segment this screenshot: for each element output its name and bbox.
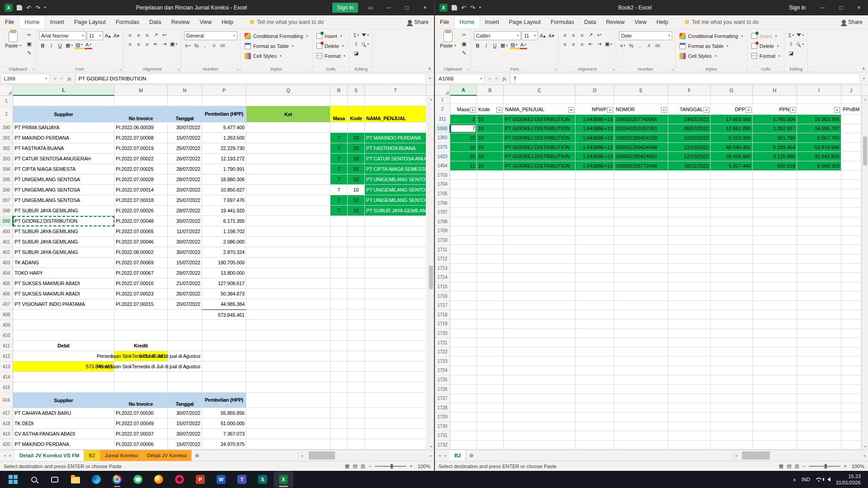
column-header-m[interactable]: M — [114, 85, 168, 96]
cell-D1420[interactable]: 1,64388E+13 — [576, 152, 614, 161]
customize-qat-icon[interactable]: ▾ — [479, 6, 481, 9]
row-header-1710[interactable]: 1710 — [435, 236, 450, 245]
bold-icon[interactable]: B — [39, 42, 47, 49]
cell-P391[interactable]: 1.263.500 — [202, 133, 246, 143]
align-top-icon[interactable]: ≡ — [561, 31, 569, 39]
cell-E1710[interactable] — [614, 236, 668, 245]
row-header-1718[interactable]: 1718 — [435, 310, 450, 319]
cell-R401[interactable] — [330, 237, 348, 247]
cell-J1375[interactable] — [841, 143, 861, 152]
cell-M409[interactable] — [114, 320, 168, 330]
enter-icon[interactable]: ✓ — [495, 75, 499, 81]
cell-A1713[interactable] — [450, 264, 477, 273]
cell-N398[interactable]: 28/07/2022 — [168, 206, 202, 216]
cell-D1721[interactable] — [576, 338, 614, 347]
cell-I1360[interactable]: 5.567.760 — [797, 133, 841, 143]
cell-C1732[interactable] — [504, 441, 576, 450]
cell-T401[interactable] — [365, 237, 426, 247]
cell-M390[interactable]: PI.2022.06.00039 — [114, 122, 168, 133]
cell-I1[interactable] — [797, 96, 841, 104]
cell-P400[interactable]: 1.198.702 — [202, 226, 246, 237]
cell-S412[interactable] — [348, 351, 365, 361]
cell-J1719[interactable] — [841, 319, 861, 329]
cell-S394[interactable]: 10 — [348, 164, 365, 174]
cell-M408[interactable] — [114, 310, 168, 320]
ribbon-tab-review[interactable]: Review — [166, 15, 194, 28]
cell-Q391[interactable] — [246, 133, 330, 143]
row-header-402[interactable]: 402 — [0, 247, 13, 258]
cell-H1729[interactable] — [753, 413, 797, 422]
cell-F1731[interactable] — [668, 431, 711, 441]
cell-C1718[interactable] — [504, 310, 576, 319]
italic-icon[interactable]: I — [482, 42, 490, 49]
column-header-f[interactable]: F — [668, 85, 711, 96]
cell-I1709[interactable] — [797, 226, 841, 236]
cell-B1712[interactable] — [477, 254, 504, 264]
firefox-icon[interactable] — [149, 471, 169, 488]
formula-bar-expand-icon[interactable]: ▾ — [426, 76, 434, 80]
cell-T419[interactable] — [365, 429, 426, 439]
cell-Q407[interactable] — [246, 299, 330, 310]
cell-H1728[interactable] — [753, 403, 797, 413]
cell-S414[interactable] — [348, 372, 365, 382]
cell-A1375[interactable]: 10 — [450, 143, 477, 152]
cell-A1711[interactable] — [450, 245, 477, 254]
cell-I1722[interactable] — [797, 347, 841, 357]
cell-Q412[interactable] — [246, 351, 330, 361]
filter-dropdown-icon[interactable]: ▾ — [496, 107, 502, 113]
cell-H1704[interactable] — [753, 180, 797, 189]
cell-A1726[interactable] — [450, 385, 477, 394]
cell-I1068[interactable]: 14.055.797 — [797, 124, 841, 134]
cell-T404[interactable] — [365, 268, 426, 278]
cell-T399[interactable] — [365, 216, 426, 226]
task-view-icon[interactable] — [45, 471, 65, 488]
cell-F1707[interactable] — [668, 208, 711, 217]
cell-L394[interactable]: PT CIPTA NIAGA SEMESTA — [13, 164, 114, 174]
clear-icon[interactable]: ◪ — [787, 49, 795, 57]
cell-F1717[interactable] — [668, 301, 711, 310]
cell-H1707[interactable] — [753, 208, 797, 217]
format-as-table-button[interactable]: Format as Table▾ — [678, 41, 744, 51]
cell-J1716[interactable] — [841, 291, 861, 301]
cell-P395[interactable]: 18.880.306 — [202, 174, 246, 185]
row-header-1716[interactable]: 1716 — [435, 291, 450, 301]
cell-B1708[interactable] — [477, 217, 504, 227]
cell-G1720[interactable] — [711, 329, 753, 338]
cell-D1726[interactable] — [576, 385, 614, 394]
row-header-1721[interactable]: 1721 — [435, 338, 450, 347]
cell-M404[interactable]: PI.2022.07.00067 — [114, 268, 168, 278]
close-button[interactable]: × — [850, 0, 868, 15]
cell-I1717[interactable] — [797, 301, 841, 310]
cell-G1723[interactable] — [711, 357, 753, 366]
percent-style-icon[interactable]: % — [627, 42, 635, 49]
cell-E1725[interactable] — [614, 375, 668, 385]
cell-I1716[interactable] — [797, 291, 841, 301]
cell-R414[interactable] — [330, 372, 348, 382]
cell-D1375[interactable]: 1,64388E+13 — [576, 143, 614, 152]
excel-icon[interactable] — [274, 471, 293, 488]
row-header-397[interactable]: 397 — [0, 195, 13, 206]
cell-C1715[interactable] — [504, 282, 576, 292]
row-header-311[interactable]: 311 — [435, 115, 450, 124]
format-painter-icon[interactable]: ✎ — [460, 49, 468, 57]
cell-F1420[interactable]: 12/10/2022 — [668, 152, 711, 161]
cell-E1709[interactable] — [614, 226, 668, 236]
cell-T406[interactable] — [365, 289, 426, 299]
cell-R403[interactable] — [330, 258, 348, 268]
cell-D1718[interactable] — [576, 310, 614, 319]
cell-F311[interactable]: 24/02/2022 — [668, 115, 711, 124]
column-header-b[interactable]: B — [477, 85, 504, 96]
formula-input[interactable]: 7 — [510, 74, 860, 84]
filter-dropdown-icon[interactable]: ▾ — [745, 107, 751, 113]
cell-M400[interactable]: PI.2022.07.00065 — [114, 226, 168, 237]
cell-P396[interactable]: 10.850.827 — [202, 185, 246, 195]
cell-G1454[interactable]: 5.917.440 — [711, 161, 753, 171]
sheet-nav-prev-icon[interactable]: ◂ — [4, 453, 6, 458]
cell-H1723[interactable] — [753, 357, 797, 366]
cell-M420[interactable]: PI.2022.07.00006 — [114, 439, 168, 450]
font-color-icon[interactable]: A▾ — [85, 42, 92, 49]
cell-P414[interactable] — [202, 372, 246, 382]
cell-A1721[interactable] — [450, 338, 477, 347]
cell-F1724[interactable] — [668, 366, 711, 375]
cell-R413[interactable] — [330, 361, 348, 372]
